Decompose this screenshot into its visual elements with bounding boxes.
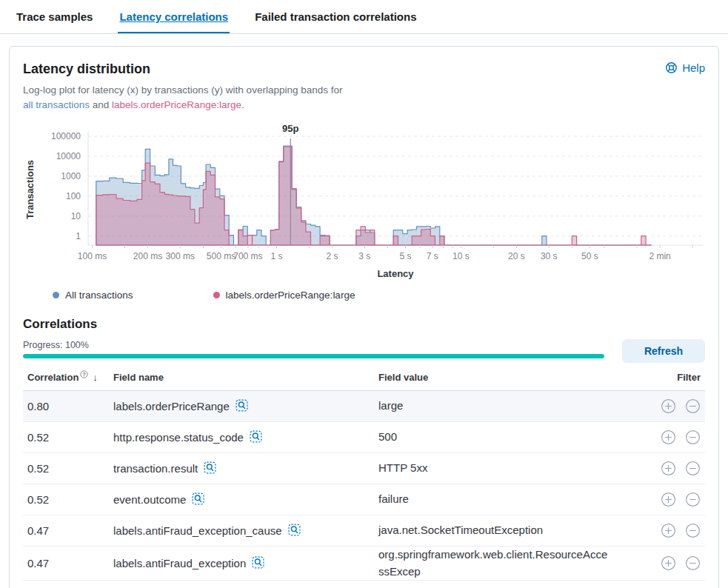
field-value: failure: [378, 491, 638, 508]
field-name: labels.antiFraud_exception: [113, 557, 246, 569]
svg-text:7 s: 7 s: [427, 251, 438, 261]
field-value: org.springframework.web.client.ResourceA…: [378, 547, 638, 580]
inspect-field-icon[interactable]: [250, 430, 262, 445]
svg-text:300 ms: 300 ms: [166, 251, 195, 261]
help-lifebuoy-icon: [665, 61, 678, 74]
svg-text:500 ms: 500 ms: [207, 251, 236, 261]
correlation-value: 0.47: [27, 524, 113, 537]
table-row: 0.80labels.orderPriceRangelarge: [23, 391, 705, 422]
correlation-value: 0.52: [27, 493, 113, 506]
inspect-field-icon[interactable]: [192, 492, 204, 507]
svg-text:700 ms: 700 ms: [233, 251, 262, 261]
svg-text:1000: 1000: [61, 171, 81, 181]
legend-item[interactable]: labels.orderPriceRange:large: [213, 290, 355, 301]
svg-text:Transactions: Transactions: [24, 160, 36, 219]
svg-text:1 s: 1 s: [270, 251, 282, 261]
latency-correlations-panel: Latency distribution Help Log-log plot f…: [9, 46, 719, 588]
filter-exclude-icon[interactable]: [685, 398, 701, 414]
svg-text:100 ms: 100 ms: [78, 251, 107, 261]
filter-exclude-icon[interactable]: [685, 430, 701, 445]
inspect-field-icon[interactable]: [288, 524, 301, 538]
field-name: http.response.status_code: [113, 431, 244, 444]
column-header-field-name: Field name: [113, 372, 378, 383]
field-name: labels.orderPriceRange: [113, 400, 230, 412]
subtitle-line2: all transactions and labels.orderPriceRa…: [23, 98, 705, 113]
refresh-button[interactable]: Refresh: [622, 339, 705, 363]
column-header-filter: Filter: [638, 372, 701, 383]
table-row: 0.52transaction.resultHTTP 5xx: [23, 453, 705, 484]
correlation-value: 0.80: [27, 400, 113, 412]
filter-exclude-icon[interactable]: [685, 461, 701, 476]
table-row: 0.52http.response.status_code500: [23, 422, 705, 453]
correlation-value: 0.52: [27, 462, 113, 475]
svg-text:2 s: 2 s: [326, 251, 338, 261]
chart-legend: All transactionslabels.orderPriceRange:l…: [53, 290, 705, 301]
order-price-range-link[interactable]: labels.orderPriceRange:large: [112, 99, 241, 110]
svg-text:30 s: 30 s: [541, 251, 558, 261]
sort-desc-arrow-icon: ↓: [93, 372, 98, 383]
correlation-value: 0.47: [27, 557, 113, 569]
inspect-field-icon[interactable]: [252, 556, 264, 571]
field-value: java.net.SocketTimeoutException: [378, 522, 638, 539]
svg-text:2 min: 2 min: [649, 251, 670, 261]
filter-include-icon[interactable]: [661, 523, 676, 538]
svg-text:10000: 10000: [56, 151, 81, 161]
filter-include-icon[interactable]: [661, 430, 676, 445]
svg-text:10 s: 10 s: [453, 251, 470, 261]
svg-text:100: 100: [66, 191, 81, 201]
progress-bar-fill: [23, 354, 604, 358]
correlations-table: Correlation ? ↓ Field name Field value F…: [23, 372, 705, 581]
inspect-field-icon[interactable]: [236, 399, 248, 414]
tab-bar: Trace samples Latency correlations Faile…: [0, 0, 728, 34]
correlations-table-body: 0.80labels.orderPriceRangelarge0.52http.…: [23, 391, 705, 581]
field-name: labels.antiFraud_exception_cause: [113, 524, 282, 537]
field-value: large: [378, 398, 638, 415]
svg-text:10: 10: [71, 211, 81, 221]
table-row: 0.47labels.antiFraud_exceptionorg.spring…: [23, 547, 705, 581]
correlation-value: 0.52: [27, 431, 113, 444]
tab-latency-correlations[interactable]: Latency correlations: [118, 0, 230, 33]
legend-dot-icon: [53, 292, 59, 298]
svg-text:1: 1: [76, 231, 81, 241]
progress-label: Progress: 100%: [23, 340, 604, 350]
subtitle-line1: Log-log plot for latency (x) by transact…: [23, 83, 705, 98]
field-value: 500: [378, 429, 638, 446]
filter-exclude-icon[interactable]: [685, 555, 701, 571]
filter-exclude-icon[interactable]: [685, 523, 701, 538]
filter-include-icon[interactable]: [661, 492, 676, 507]
inspect-field-icon[interactable]: [204, 461, 216, 476]
correlations-heading: Correlations: [23, 317, 705, 332]
page-title: Latency distribution: [23, 61, 150, 77]
svg-text:5 s: 5 s: [399, 251, 411, 261]
chart-subtitle: Log-log plot for latency (x) by transact…: [23, 83, 705, 112]
progress-bar: [23, 354, 604, 358]
svg-text:50 s: 50 s: [581, 251, 598, 261]
table-row: 0.47labels.antiFraud_exception_causejava…: [23, 515, 705, 547]
column-header-correlation[interactable]: Correlation ? ↓: [27, 372, 113, 383]
legend-label: All transactions: [65, 290, 133, 301]
svg-text:Latency: Latency: [377, 268, 414, 279]
help-link[interactable]: Help: [665, 61, 705, 74]
field-name: event.outcome: [113, 493, 186, 506]
filter-include-icon[interactable]: [661, 461, 676, 476]
latency-distribution-chart: 11010010001000010000095p100 ms200 ms300 …: [23, 122, 705, 282]
svg-text:95p: 95p: [282, 123, 298, 134]
legend-item[interactable]: All transactions: [53, 290, 133, 301]
help-label: Help: [682, 61, 705, 74]
question-in-circle-icon: ?: [80, 370, 88, 381]
filter-include-icon[interactable]: [661, 555, 676, 571]
tab-trace-samples[interactable]: Trace samples: [15, 0, 94, 33]
svg-text:20 s: 20 s: [508, 251, 525, 261]
legend-dot-icon: [213, 292, 220, 298]
svg-text:3 s: 3 s: [358, 251, 370, 261]
svg-text:200 ms: 200 ms: [133, 251, 162, 261]
field-name: transaction.result: [113, 462, 198, 475]
column-header-field-value: Field value: [378, 372, 638, 383]
field-value: HTTP 5xx: [378, 460, 638, 477]
filter-exclude-icon[interactable]: [685, 492, 701, 507]
svg-text:100000: 100000: [51, 131, 81, 141]
filter-include-icon[interactable]: [661, 398, 676, 414]
tab-failed-transaction-correlations[interactable]: Failed transaction correlations: [253, 0, 418, 33]
svg-text:?: ?: [83, 372, 86, 377]
all-transactions-link[interactable]: all transactions: [23, 99, 90, 110]
